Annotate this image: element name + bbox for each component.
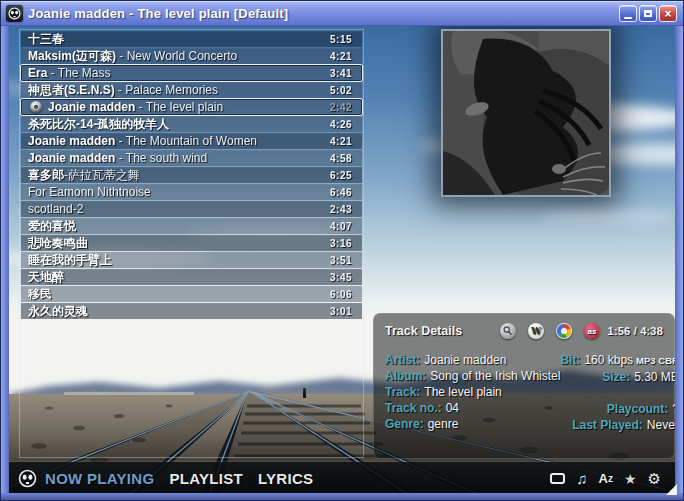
playlist-row[interactable]: For Eamonn Nithtnoise 6:46 <box>21 184 362 200</box>
song-artist: Era <box>28 66 47 80</box>
playlist-row[interactable]: 杀死比尔-14-孤独的牧羊人 4:26 <box>21 116 362 132</box>
lastfm-icon[interactable]: as <box>584 323 600 339</box>
song-label: Maksim(迈可森) - New World Concerto <box>28 48 322 64</box>
song-label: 杀死比尔-14-孤独的牧羊人 <box>28 116 322 132</box>
song-title: For Eamonn Nithtnoise <box>28 185 151 199</box>
field-value: Joanie madden <box>424 353 506 367</box>
playlist-row[interactable]: 睡在我的手臂上 3:51 <box>21 252 362 268</box>
close-button[interactable]: × <box>659 5 677 22</box>
field-label: Last Played: <box>572 418 643 432</box>
song-duration: 4:21 <box>330 136 352 147</box>
speaker-icon <box>30 101 42 113</box>
field-value: 160 kbps <box>584 353 633 367</box>
playlist-row[interactable]: 爱的喜悦 4:07 <box>21 218 362 234</box>
song-artist: 天地醉 <box>28 270 64 284</box>
song-title: - Palace Memories <box>115 83 218 97</box>
minimize-button[interactable] <box>619 5 637 22</box>
field-label: Genre: <box>385 417 424 431</box>
track-field: Artist:Joanie madden <box>385 352 560 368</box>
playlist-row[interactable]: 永久的灵魂 3:01 <box>21 303 362 319</box>
maximize-button[interactable] <box>639 5 657 22</box>
field-value: genre <box>428 417 459 431</box>
music-note-icon[interactable]: ♫ <box>576 470 587 487</box>
web-links: W as <box>500 323 607 339</box>
song-title: - New World Concerto <box>116 49 237 63</box>
playlist-row[interactable]: Joanie madden - The south wind 4:58 <box>21 150 362 166</box>
field-label: Size: <box>602 370 630 384</box>
song-label: 十三春 <box>28 31 322 47</box>
song-duration: 2:43 <box>330 204 352 215</box>
field-label: Artist: <box>385 353 420 367</box>
song-duration: 3:51 <box>330 255 352 266</box>
playlist-row[interactable]: 悲呛奏鸣曲 3:16 <box>21 235 362 251</box>
favorites-star-icon[interactable]: ★ <box>624 471 637 487</box>
search-icon[interactable] <box>500 323 516 339</box>
song-duration: 4:07 <box>330 221 352 232</box>
google-icon[interactable] <box>556 323 572 339</box>
song-label: 喜多郎-萨拉瓦蒂之舞 <box>28 167 322 183</box>
bottom-bar: NOW PLAYINGPLAYLISTLYRICS ♫ Az ★ ⚙ <box>9 462 677 495</box>
song-duration: 5:15 <box>330 34 352 45</box>
playlist-panel: 十三春 5:15 Maksim(迈可森) - New World Concert… <box>19 29 364 458</box>
track-field: Size:5.30 MB <box>560 369 677 385</box>
window-controls: × <box>619 5 677 22</box>
window-title: Joanie madden - The level plain [Default… <box>28 6 619 21</box>
song-label: Era - The Mass <box>28 66 322 80</box>
song-artist: 睡在我的手臂上 <box>28 253 112 267</box>
playlist-row[interactable]: 移民 6:06 <box>21 286 362 302</box>
song-label: 爱的喜悦 <box>28 218 322 234</box>
field-value: Never <box>647 418 677 432</box>
song-label: 永久的灵魂 <box>28 303 322 319</box>
field-value: The level plain <box>424 385 501 399</box>
song-artist: Joanie madden <box>48 100 135 114</box>
window-border-right <box>675 26 683 500</box>
display-icon[interactable] <box>550 473 565 484</box>
song-duration: 3:01 <box>330 306 352 317</box>
settings-gear-icon[interactable]: ⚙ <box>648 470 661 488</box>
tab-lyrics[interactable]: LYRICS <box>258 470 313 487</box>
song-duration: 5:02 <box>330 85 352 96</box>
svg-text:as: as <box>588 327 597 336</box>
field-label: Track: <box>385 385 420 399</box>
song-artist: Joanie madden <box>28 134 115 148</box>
track-field: Last Played:Never <box>560 417 677 433</box>
titlebar[interactable]: Joanie madden - The level plain [Default… <box>1 1 683 26</box>
playlist-row[interactable]: Era - The Mass 3:41 <box>21 65 362 81</box>
playlist-row[interactable]: Maksim(迈可森) - New World Concerto 4:21 <box>21 48 362 64</box>
song-artist: 杀死比尔-14-孤独的牧羊人 <box>28 117 169 131</box>
track-field: Track no.:04 <box>385 400 560 416</box>
playlist-row[interactable]: 十三春 5:15 <box>21 31 362 47</box>
song-title: -萨拉瓦蒂之舞 <box>64 168 140 182</box>
song-label: For Eamonn Nithtnoise <box>28 185 322 199</box>
song-artist: Joanie madden <box>28 151 115 165</box>
playlist-row[interactable]: 天地醉 3:45 <box>21 269 362 285</box>
track-fields-right: Bit:160 kbpsMP3 CBR Size:5.30 MB Playcou… <box>560 352 677 433</box>
bottom-icons: ♫ Az ★ ⚙ <box>550 470 661 488</box>
playlist-row[interactable]: 神思者(S.E.N.S) - Palace Memories 5:02 <box>21 82 362 98</box>
playlist-row[interactable]: Joanie madden - The level plain 2:42 <box>21 99 362 115</box>
svg-text:W: W <box>530 326 542 336</box>
song-label: scotland-2 <box>28 202 322 216</box>
field-label: Album: <box>385 369 426 383</box>
playlist-row[interactable]: 喜多郎-萨拉瓦蒂之舞 6:25 <box>21 167 362 183</box>
window-border-left <box>1 26 9 500</box>
playlist-row[interactable]: scotland-2 2:43 <box>21 201 362 217</box>
resize-grip[interactable] <box>666 484 677 495</box>
wikipedia-icon[interactable]: W <box>528 323 544 339</box>
song-artist: 喜多郎 <box>28 168 64 182</box>
tab-now-playing[interactable]: NOW PLAYING <box>45 470 154 487</box>
song-duration: 3:16 <box>330 238 352 249</box>
track-details-panel: Track Details W as 1:56 / 4:38 <box>373 313 675 459</box>
song-artist: 神思者(S.E.N.S) <box>28 83 115 97</box>
album-art <box>441 29 611 197</box>
sort-az-icon[interactable]: Az <box>599 472 613 485</box>
tab-playlist[interactable]: PLAYLIST <box>169 470 243 487</box>
track-field: Track:The level plain <box>385 384 560 400</box>
song-title: - The level plain <box>135 100 223 114</box>
player-logo-icon[interactable] <box>18 469 37 488</box>
song-title: - The Mass <box>47 66 110 80</box>
song-label: Joanie madden - The Mountain of Women <box>28 134 322 148</box>
song-duration: 4:26 <box>330 119 352 130</box>
song-duration: 3:41 <box>330 68 352 79</box>
playlist-row[interactable]: Joanie madden - The Mountain of Women 4:… <box>21 133 362 149</box>
